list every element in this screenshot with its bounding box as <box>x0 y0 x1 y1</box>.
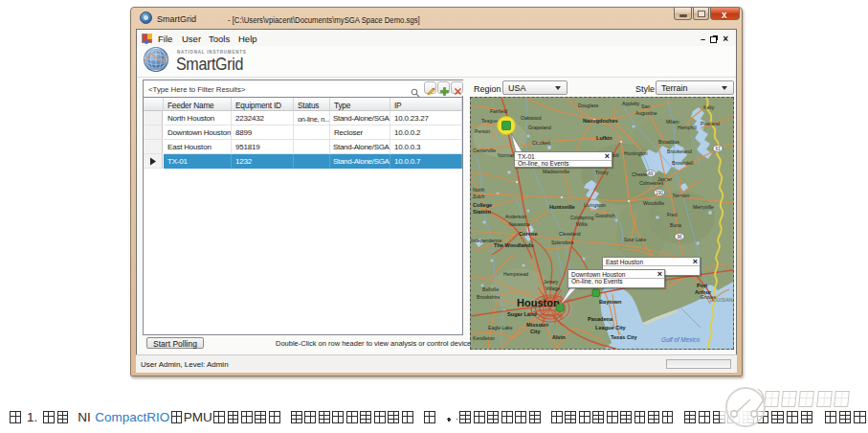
svg-text:Arthur: Arthur <box>695 289 712 295</box>
svg-text:Eagle Lake: Eagle Lake <box>488 325 513 330</box>
svg-text:Madisonville: Madisonville <box>543 169 569 174</box>
svg-text:Pineland: Pineland <box>701 121 720 126</box>
svg-text:Kendleton: Kendleton <box>473 335 495 341</box>
svg-text:Anderson: Anderson <box>505 214 526 219</box>
svg-text:Huntington: Huntington <box>624 150 648 156</box>
svg-text:Newton: Newton <box>673 193 689 198</box>
svg-text:Fairfield: Fairfield <box>490 108 507 114</box>
svg-text:Merryville: Merryville <box>693 204 714 210</box>
svg-text:City: City <box>530 329 541 334</box>
svg-text:Bellville: Bellville <box>482 286 499 292</box>
svg-text:Crockett: Crockett <box>532 140 551 146</box>
svg-text:190: 190 <box>656 191 663 195</box>
svg-text:San: San <box>641 103 650 109</box>
svg-text:Alvin: Alvin <box>552 334 566 340</box>
svg-text:Chester: Chester <box>632 171 649 177</box>
svg-text:96: 96 <box>677 235 682 239</box>
svg-text:Centerville: Centerville <box>473 148 496 153</box>
svg-text:Colmesneil: Colmesneil <box>639 180 663 186</box>
svg-text:Huntsville: Huntsville <box>549 204 575 210</box>
svg-text:Goodrich: Goodrich <box>595 213 615 218</box>
svg-text:Augustine: Augustine <box>635 110 657 116</box>
svg-text:Broaddus: Broaddus <box>658 139 679 145</box>
svg-text:Brookshire: Brookshire <box>477 294 501 300</box>
svg-text:Livingston: Livingston <box>584 202 606 208</box>
svg-text:Brookeland: Brookeland <box>667 148 692 154</box>
svg-text:69: 69 <box>648 171 654 176</box>
svg-text:Conroe: Conroe <box>519 231 538 237</box>
svg-text:Sour Lake: Sour Lake <box>624 237 646 242</box>
svg-text:Nacogdoches: Nacogdoches <box>583 118 618 124</box>
svg-text:Woodville: Woodville <box>643 200 664 206</box>
svg-text:Baytown: Baytown <box>599 299 622 305</box>
svg-text:Appleby: Appleby <box>622 101 640 106</box>
svg-text:Grapeland: Grapeland <box>528 125 551 130</box>
svg-text:Village: Village <box>545 285 560 291</box>
svg-text:Browndell: Browndell <box>672 160 693 166</box>
svg-text:Port: Port <box>697 283 707 288</box>
svg-text:Coldspring: Coldspring <box>570 215 594 220</box>
svg-text:Pasadena: Pasadena <box>588 316 613 322</box>
svg-text:College: College <box>473 202 492 208</box>
svg-text:Splendora: Splendora <box>551 239 573 245</box>
svg-text:Missouri: Missouri <box>526 322 548 328</box>
svg-text:Oakwood: Oakwood <box>521 115 542 121</box>
svg-text:Cleveland: Cleveland <box>559 231 581 237</box>
svg-text:Person: Person <box>475 128 490 134</box>
svg-text:Teague: Teague <box>481 118 498 124</box>
svg-text:The Woodlands: The Woodlands <box>494 242 534 248</box>
svg-text:Kelty: Kelty <box>703 104 715 110</box>
svg-text:63: 63 <box>715 147 721 151</box>
svg-text:LOUISIANA: LOUISIANA <box>710 297 733 303</box>
svg-text:Willis: Willis <box>576 221 588 227</box>
svg-text:Sugar Land: Sugar Land <box>507 311 537 317</box>
svg-text:Zulch: Zulch <box>473 194 485 199</box>
svg-text:League City: League City <box>595 325 627 330</box>
svg-text:Lufkin: Lufkin <box>596 135 612 141</box>
svg-text:Jersey: Jersey <box>544 279 558 285</box>
svg-text:Gulf of Mexico: Gulf of Mexico <box>661 336 701 343</box>
svg-text:Hemphill: Hemphill <box>678 125 697 130</box>
svg-text:Trinity: Trinity <box>595 170 609 175</box>
svg-text:Douglass: Douglass <box>578 103 599 108</box>
svg-text:Hempstead: Hempstead <box>503 271 528 277</box>
svg-text:Houston: Houston <box>517 297 560 308</box>
svg-text:Texas City: Texas City <box>611 334 637 340</box>
svg-text:Navasota: Navasota <box>509 221 530 227</box>
svg-text:Buna: Buna <box>670 222 681 228</box>
svg-text:Station: Station <box>473 209 492 215</box>
svg-text:North: North <box>473 187 485 193</box>
svg-text:Fred: Fred <box>667 212 678 217</box>
